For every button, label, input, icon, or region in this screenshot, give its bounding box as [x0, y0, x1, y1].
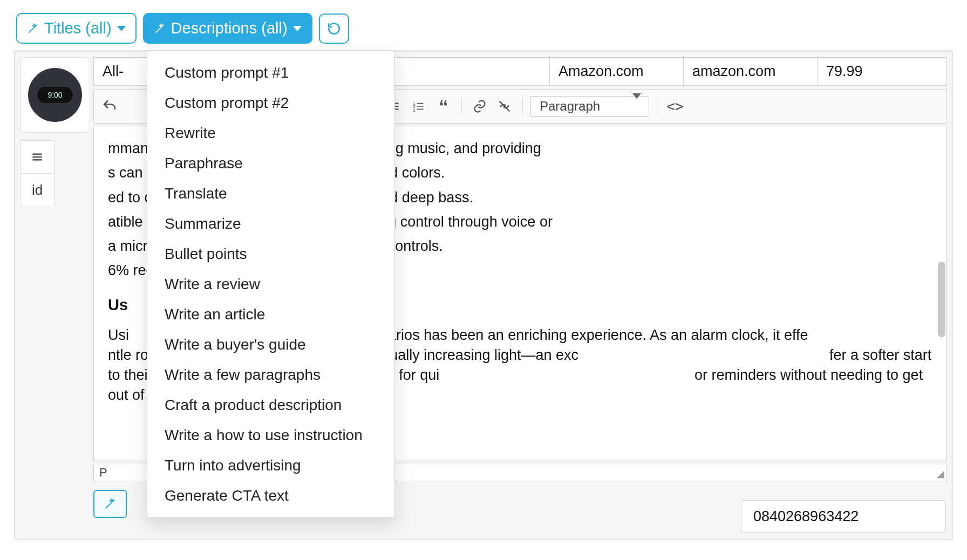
format-select[interactable]: Paragraph — [530, 96, 649, 117]
wand-icon — [27, 23, 39, 35]
dropdown-item-few-paragraphs[interactable]: Write a few paragraphs — [147, 360, 394, 390]
dropdown-item-write-article[interactable]: Write an article — [147, 299, 394, 330]
ordered-list-button[interactable]: 123 — [408, 96, 429, 117]
chevron-down-icon — [293, 26, 302, 31]
editor-path-text: P — [99, 466, 107, 479]
unlink-button[interactable] — [494, 96, 515, 117]
refresh-icon — [327, 22, 341, 36]
descriptions-all-button[interactable]: Descriptions (all) — [143, 13, 312, 44]
dropdown-item-rewrite[interactable]: Rewrite — [147, 118, 394, 148]
wand-icon — [154, 23, 166, 35]
id-label: id — [32, 182, 43, 199]
device-clock-text: 9:00 — [37, 87, 73, 103]
dropdown-item-cta-text[interactable]: Generate CTA text — [147, 481, 394, 511]
resize-grip-icon[interactable]: ◢ — [937, 468, 944, 480]
id-cell[interactable]: id — [20, 174, 55, 207]
dropdown-item-buyers-guide[interactable]: Write a buyer's guide — [147, 330, 394, 360]
svg-text:3: 3 — [413, 108, 415, 113]
descriptions-all-label: Descriptions (all) — [171, 19, 288, 37]
chevron-down-icon — [117, 26, 126, 31]
editor-scrollbar-thumb[interactable] — [938, 262, 945, 337]
ai-generate-button[interactable] — [93, 490, 127, 518]
titles-all-label: Titles (all) — [44, 19, 112, 37]
hamburger-icon — [30, 150, 44, 164]
product-thumbnail[interactable]: 9:00 — [20, 57, 90, 133]
dropdown-item-product-description[interactable]: Craft a product description — [147, 390, 394, 420]
wand-icon — [104, 497, 117, 510]
drag-handle-button[interactable] — [20, 140, 55, 174]
refresh-button[interactable] — [319, 13, 349, 44]
dropdown-item-write-review[interactable]: Write a review — [147, 269, 394, 299]
device-image: 9:00 — [28, 68, 82, 122]
barcode-input[interactable]: 0840268963422 — [741, 500, 946, 533]
chevron-down-icon — [632, 99, 641, 114]
titles-all-button[interactable]: Titles (all) — [16, 13, 137, 44]
dropdown-item-advertising[interactable]: Turn into advertising — [147, 450, 394, 481]
dropdown-item-translate[interactable]: Translate — [147, 179, 394, 209]
dropdown-item-how-to-use[interactable]: Write a how to use instruction — [147, 420, 394, 450]
dropdown-item-custom-2[interactable]: Custom prompt #2 — [147, 88, 394, 118]
domain-input[interactable]: amazon.com — [684, 57, 818, 86]
undo-button[interactable] — [99, 96, 120, 117]
link-button[interactable] — [469, 96, 490, 117]
dropdown-item-paraphrase[interactable]: Paraphrase — [147, 148, 394, 179]
brand-input[interactable]: Amazon.com — [550, 57, 684, 86]
dropdown-item-bullet-points[interactable]: Bullet points — [147, 239, 394, 269]
descriptions-dropdown[interactable]: Custom prompt #1 Custom prompt #2 Rewrit… — [147, 51, 395, 518]
dropdown-item-custom-1[interactable]: Custom prompt #1 — [147, 58, 394, 88]
source-code-button[interactable]: <> — [665, 96, 685, 117]
blockquote-button[interactable]: “ — [433, 96, 454, 117]
price-input[interactable]: 79.99 — [818, 57, 947, 86]
format-select-label: Paragraph — [540, 99, 600, 114]
dropdown-item-summarize[interactable]: Summarize — [147, 209, 394, 239]
